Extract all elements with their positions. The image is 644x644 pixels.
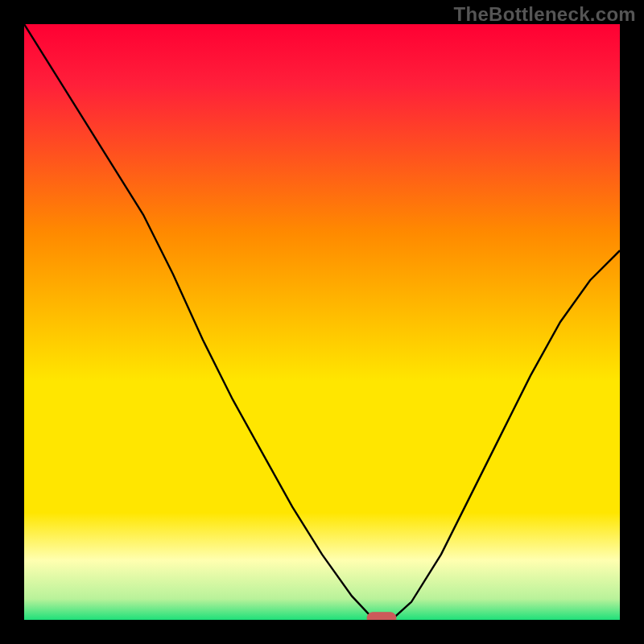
chart-svg: [24, 24, 620, 620]
plot-area: [24, 24, 620, 620]
optimal-marker: [367, 613, 396, 620]
chart-frame: TheBottleneck.com: [0, 0, 644, 644]
gradient-background: [24, 24, 620, 620]
watermark-text: TheBottleneck.com: [454, 3, 636, 26]
